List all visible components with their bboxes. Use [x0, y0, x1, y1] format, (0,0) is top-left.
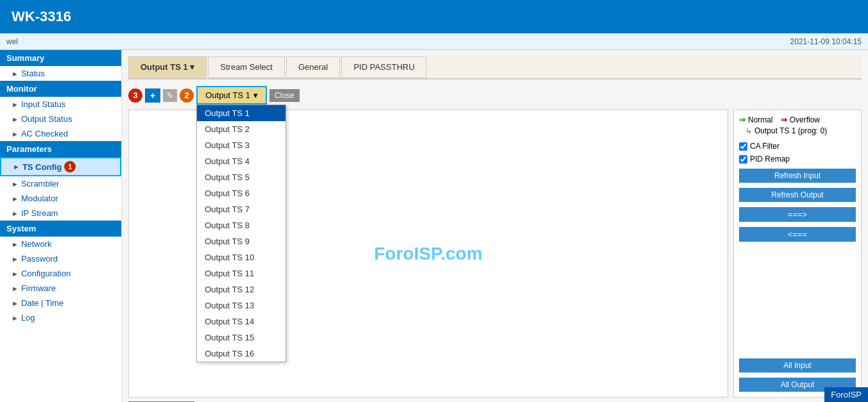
dropdown-menu: Output TS 1 Output TS 2 Output TS 3 Outp…: [196, 105, 286, 362]
arrow-icon: ►: [12, 240, 19, 248]
output-label: Output TS 1 (prog: 0): [754, 126, 827, 135]
sidebar-item-log[interactable]: ► Log: [0, 310, 121, 325]
sub-arrow-icon: ↳: [745, 126, 752, 135]
legend-output: ↳ Output TS 1 (prog: 0): [739, 126, 856, 135]
arrow-icon: ►: [13, 163, 20, 171]
arrow-left-button[interactable]: <===: [739, 227, 856, 242]
app-title: WK-3316: [12, 8, 71, 25]
badge-2: 2: [180, 88, 194, 103]
subtitle-bar: wel 2021-11-09 10:04:15: [0, 33, 868, 50]
sidebar-item-output-status[interactable]: ► Output Status: [0, 112, 121, 126]
sidebar-section-parameters: Parameters: [0, 141, 121, 157]
dropdown-item-15[interactable]: Output TS 15: [197, 330, 285, 346]
tab-general[interactable]: General: [286, 56, 340, 78]
badge-3: 3: [128, 88, 142, 103]
sidebar-item-input-status[interactable]: ► Input Status: [0, 97, 121, 112]
dropdown-item-12[interactable]: Output TS 12: [197, 281, 285, 297]
arrow-icon: ►: [12, 299, 19, 307]
subtitle-datetime: 2021-11-09 10:04:15: [790, 37, 862, 46]
footer-label: ForoISP: [831, 390, 862, 399]
sidebar-item-ac-checked[interactable]: ► AC Checked: [0, 126, 121, 141]
close-button[interactable]: Close: [269, 89, 300, 102]
footer: ForoISP: [824, 387, 868, 402]
overflow-arrow-icon: ⇒: [781, 115, 787, 124]
all-input-button[interactable]: All Input: [739, 358, 856, 373]
badge-1: 1: [64, 161, 76, 172]
sidebar-item-status[interactable]: ► Status: [0, 66, 121, 81]
sidebar-section-monitor: Monitor: [0, 81, 121, 97]
sidebar-item-password[interactable]: ► Password: [0, 251, 121, 266]
dropdown-item-14[interactable]: Output TS 14: [197, 314, 285, 330]
arrow-icon: ►: [12, 180, 19, 188]
dropdown-item-3[interactable]: Output TS 3: [197, 137, 285, 153]
normal-arrow-icon: ⇒: [739, 115, 745, 124]
arrow-icon: ►: [12, 101, 19, 108]
dropdown-item-8[interactable]: Output TS 8: [197, 217, 285, 233]
watermark: ForoISP.com: [374, 244, 482, 264]
arrow-icon: ►: [12, 270, 19, 278]
overflow-label: Overflow: [790, 115, 820, 124]
pid-remap-checkbox[interactable]: [739, 155, 747, 163]
subtitle-left: wel: [6, 37, 18, 46]
ca-filter-row: CA Filter: [739, 142, 856, 151]
add-button[interactable]: +: [145, 88, 160, 103]
chevron-down-icon: ▾: [253, 90, 258, 100]
arrow-icon: ►: [12, 285, 19, 292]
output-ts-dropdown[interactable]: Output TS 1 ▾ Output TS 1 Output TS 2 Ou…: [196, 86, 267, 105]
tab-output-ts-1[interactable]: Output TS 1 ▾: [128, 56, 207, 78]
tab-bar: Output TS 1 ▾ Stream Select General PID …: [128, 56, 862, 80]
right-panel: ⇒ Normal ⇒ Overflow ↳ Output TS 1 (prog:…: [733, 110, 862, 398]
ca-filter-checkbox[interactable]: [739, 142, 747, 151]
arrow-icon: ►: [12, 255, 19, 263]
dropdown-item-2[interactable]: Output TS 2: [197, 121, 285, 137]
sidebar-item-configuration[interactable]: ► Configuration: [0, 266, 121, 281]
sidebar-item-firmware[interactable]: ► Firmware: [0, 281, 121, 296]
sidebar-item-ip-stream[interactable]: ► IP Stream: [0, 206, 121, 221]
arrow-icon: ►: [12, 314, 19, 322]
main-layout: Summary ► Status Monitor ► Input Status …: [0, 50, 868, 402]
dropdown-item-9[interactable]: Output TS 9: [197, 233, 285, 249]
sidebar-section-summary: Summary: [0, 50, 121, 66]
pid-remap-row: PID Remap: [739, 155, 856, 163]
arrow-icon: ►: [12, 210, 19, 217]
sidebar-item-network[interactable]: ► Network: [0, 237, 121, 251]
legend-normal: ⇒ Normal ⇒ Overflow: [739, 115, 856, 124]
refresh-input-button[interactable]: Refresh Input: [739, 169, 856, 183]
ca-filter-label: CA Filter: [750, 142, 779, 151]
arrow-right-button[interactable]: ===>: [739, 207, 856, 222]
dropdown-item-10[interactable]: Output TS 10: [197, 249, 285, 265]
dropdown-item-5[interactable]: Output TS 5: [197, 169, 285, 185]
tab-stream-select[interactable]: Stream Select: [208, 56, 285, 78]
sidebar-section-system: System: [0, 221, 121, 237]
refresh-output-button[interactable]: Refresh Output: [739, 188, 856, 202]
edit-button[interactable]: ✎: [163, 89, 177, 102]
sidebar: Summary ► Status Monitor ► Input Status …: [0, 50, 122, 402]
dropdown-item-4[interactable]: Output TS 4: [197, 153, 285, 169]
app-header: WK-3316: [0, 0, 868, 33]
sidebar-item-ts-config[interactable]: ► TS Config 1: [0, 157, 121, 176]
arrow-icon: ►: [12, 130, 19, 138]
dropdown-trigger[interactable]: Output TS 1 ▾: [196, 86, 267, 105]
dropdown-item-16[interactable]: Output TS 16: [197, 346, 285, 362]
legend: ⇒ Normal ⇒ Overflow ↳ Output TS 1 (prog:…: [739, 115, 856, 135]
dropdown-item-1[interactable]: Output TS 1: [197, 105, 285, 121]
pid-remap-label: PID Remap: [750, 155, 790, 163]
dropdown-item-6[interactable]: Output TS 6: [197, 185, 285, 201]
sidebar-item-scrambler[interactable]: ► Scrambler: [0, 176, 121, 191]
dropdown-label: Output TS 1: [205, 90, 250, 100]
content-area: Output TS 1 ▾ Stream Select General PID …: [122, 50, 868, 402]
dropdown-item-7[interactable]: Output TS 7: [197, 201, 285, 217]
arrow-icon: ►: [12, 70, 19, 78]
tab-pid-passthru[interactable]: PID PASSTHRU: [341, 56, 427, 78]
sidebar-item-datetime[interactable]: ► Date | Time: [0, 296, 121, 310]
dropdown-item-11[interactable]: Output TS 11: [197, 265, 285, 281]
toolbar: 3 + ✎ 2 Output TS 1 ▾ Output TS 1 Output…: [128, 86, 862, 105]
arrow-icon: ►: [12, 195, 19, 203]
arrow-icon: ►: [12, 115, 19, 123]
normal-label: Normal: [748, 115, 773, 124]
sidebar-item-modulator[interactable]: ► Modulator: [0, 191, 121, 206]
dropdown-item-13[interactable]: Output TS 13: [197, 297, 285, 314]
